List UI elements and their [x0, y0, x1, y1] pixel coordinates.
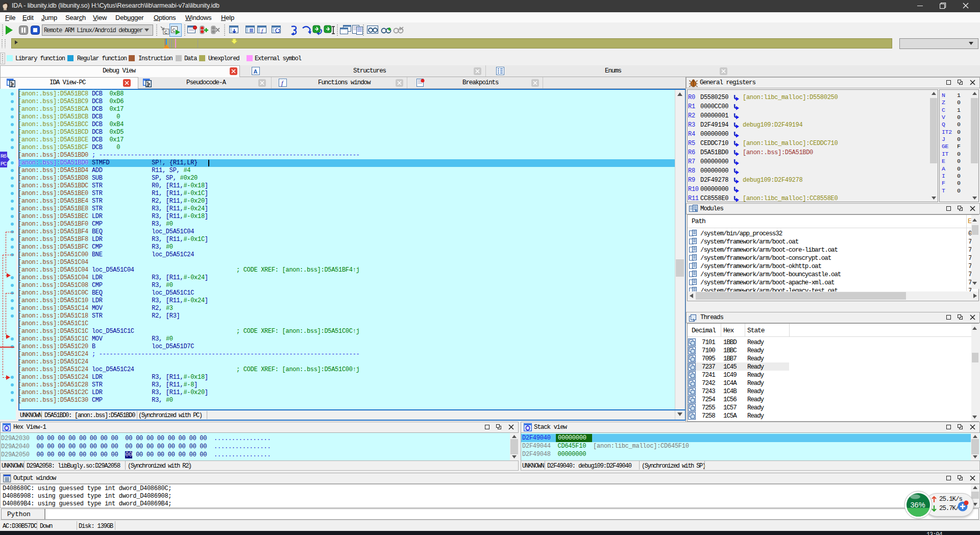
- svg-text:PC: PC: [1, 161, 7, 167]
- svg-text:C: C: [173, 28, 176, 33]
- svg-text:A: A: [254, 68, 258, 75]
- svg-text:R6: R6: [1, 153, 7, 159]
- svg-text:36%: 36%: [911, 501, 925, 509]
- svg-text:C: C: [164, 30, 168, 35]
